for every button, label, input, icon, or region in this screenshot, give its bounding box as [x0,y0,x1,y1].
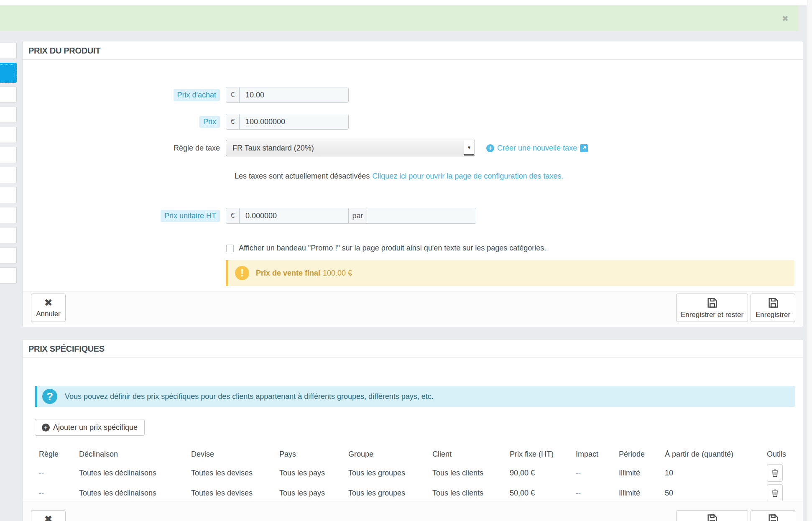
save-and-stay-button[interactable]: Enregistrer et rester [676,294,748,322]
cell-from-quantity: 50 [660,483,762,503]
plus-circle-icon: + [42,424,50,432]
tax-rule-selected-value: FR Taux standard (20%) [226,144,314,153]
sidebar-tab[interactable] [0,247,17,263]
cell-from-quantity: 10 [660,463,762,483]
success-alert: ✖ [0,5,799,31]
hint-text: Vous pouvez définir des prix spécifiques… [65,392,434,401]
floppy-icon [767,513,779,521]
per-addon: par [348,208,367,223]
currency-addon: € [226,208,240,223]
column-header: Prix fixe (HT) [505,445,571,463]
sidebar-tab[interactable] [0,227,17,243]
sidebar-tab[interactable] [0,87,17,103]
final-price-value: 100.00 € [323,269,352,277]
external-link-icon [580,144,588,152]
column-header: Règle [34,445,74,463]
column-header: Pays [274,445,343,463]
promo-banner-checkbox-label: Afficher un bandeau "Promo !" sur la pag… [239,244,546,253]
wholesale-price-input[interactable] [240,87,348,102]
floppy-icon [767,297,779,309]
save-and-stay-label: Enregistrer et rester [681,311,743,319]
floppy-icon [706,513,718,521]
column-header: Outils [762,445,796,463]
cancel-button[interactable]: ✖ Annuler [31,510,66,521]
currency-addon: € [226,87,240,102]
cell-period: Illimité [614,463,660,483]
column-header: Devise [186,445,274,463]
column-header: Groupe [343,445,427,463]
cell-currency: Toutes les devises [186,463,274,483]
sidebar-tab-active[interactable] [0,63,17,83]
cell-fixed-price: 90,00 € [505,463,571,483]
sidebar-tab[interactable] [0,43,17,59]
column-header: Période [614,445,660,463]
unit-price-label: Prix unitaire HT [161,210,220,222]
table-row: -- Toutes les déclinaisons Toutes les de… [34,463,796,483]
tax-configuration-link[interactable]: Cliquez ici pour ouvrir la page de confi… [372,172,563,181]
add-specific-price-button[interactable]: + Ajouter un prix spécifique [35,419,145,436]
unit-input[interactable] [367,208,476,223]
specific-prices-panel: PRIX SPÉCIFIQUES ? Vous pouvez définir d… [22,339,803,521]
final-price-warning: ! Prix de vente final100.00 € [226,260,794,286]
delete-button[interactable] [767,464,783,482]
save-button-label: Enregistrer [756,311,790,319]
save-and-stay-button[interactable]: Enregistrer et rester [676,510,748,521]
chevron-down-icon[interactable]: ▾ [464,140,474,156]
cancel-icon: ✖ [44,298,52,308]
floppy-icon [706,297,718,309]
sidebar-tab[interactable] [0,127,17,143]
cell-period: Illimité [614,483,660,503]
save-button[interactable]: Enregistrer [751,510,795,521]
cell-combination: Toutes les déclinaisons [74,463,186,483]
column-header: À partir de (quantité) [660,445,762,463]
cell-group: Tous les groupes [343,483,427,503]
cell-impact: -- [571,463,614,483]
cancel-button-label: Annuler [36,310,61,318]
exclamation-icon: ! [235,266,249,280]
cell-group: Tous les groupes [343,463,427,483]
tax-rule-label: Règle de taxe [174,144,220,152]
tax-disabled-notice: Les taxes sont actuellement désactivées [235,172,370,181]
delete-button[interactable] [767,484,783,502]
sidebar-tab[interactable] [0,167,17,183]
cell-fixed-price: 50,00 € [505,483,571,503]
page: ✖ PRIX DU PRODUIT Prix d'achat € Pri [0,0,812,521]
cell-country: Tous les pays [274,483,343,503]
promo-banner-checkbox[interactable] [226,245,234,252]
cancel-icon: ✖ [44,514,52,521]
create-new-tax-link[interactable]: Créer une nouvelle taxe [497,144,577,153]
product-price-panel: PRIX DU PRODUIT Prix d'achat € Prix € Rè… [22,41,803,327]
wholesale-price-label: Prix d'achat [174,89,220,101]
sidebar-tab[interactable] [0,147,17,163]
cell-customer: Tous les clients [427,463,505,483]
scrollbar[interactable] [807,0,812,521]
final-price-label: Prix de vente final [256,269,320,277]
sidebar-tab[interactable] [0,207,17,223]
column-header: Client [427,445,505,463]
sidebar-tab[interactable] [0,267,17,283]
sidebar-tab[interactable] [0,107,17,123]
price-input[interactable] [240,114,348,129]
trash-icon [771,469,779,477]
tax-rule-select[interactable]: FR Taux standard (20%) ▾ [226,140,475,156]
wholesale-price-group: € [226,87,349,103]
price-group: € [226,114,349,130]
currency-addon: € [226,114,240,129]
panel-title: PRIX SPÉCIFIQUES [23,340,803,358]
specific-prices-table: Règle Déclinaison Devise Pays Groupe Cli… [34,445,796,503]
cell-country: Tous les pays [274,463,343,483]
close-icon[interactable]: ✖ [782,14,789,22]
cell-customer: Tous les clients [427,483,505,503]
trash-icon [771,489,779,497]
column-header: Impact [571,445,614,463]
cell-rule: -- [34,483,74,503]
sidebar-tab[interactable] [0,187,17,203]
table-row: -- Toutes les déclinaisons Toutes les de… [34,483,796,503]
unit-price-input[interactable] [240,208,348,223]
cell-combination: Toutes les déclinaisons [74,483,186,503]
save-button[interactable]: Enregistrer [751,294,795,322]
cancel-button[interactable]: ✖ Annuler [31,294,66,322]
top-strip [0,0,812,5]
table-header-row: Règle Déclinaison Devise Pays Groupe Cli… [34,445,796,463]
cell-currency: Toutes les devises [186,483,274,503]
